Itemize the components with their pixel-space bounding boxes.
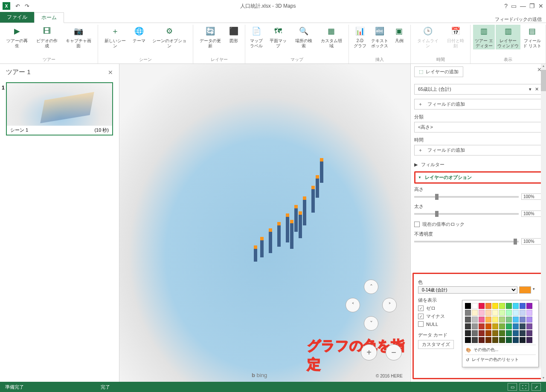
rotate-left-button[interactable]: ˂ <box>346 298 360 312</box>
height-slider[interactable] <box>414 196 519 198</box>
height-value[interactable]: 100% <box>521 193 543 200</box>
customize-button[interactable]: カスタマイズ <box>418 340 454 349</box>
color-cell[interactable] <box>506 330 512 336</box>
map-labels-button[interactable]: 📄マップ ラベル <box>248 25 265 49</box>
map-canvas[interactable]: グラフの色を指定 ˄ ˅ ˂ ˃ + − b bing © 2016 HERE <box>119 64 410 382</box>
color-cell[interactable] <box>485 330 491 336</box>
color-cell[interactable] <box>506 337 512 343</box>
thickness-slider[interactable] <box>414 213 519 215</box>
capture-screen-button[interactable]: 📷キャプチャ画面 <box>62 25 96 49</box>
custom-region-button[interactable]: ▦カスタム領域 <box>317 25 346 49</box>
color-cell[interactable] <box>520 330 526 336</box>
color-swatch-button[interactable] <box>519 286 531 294</box>
height-field-row[interactable]: 65歳以上 (合計) ▾✕ <box>414 84 543 95</box>
more-colors-button[interactable]: 🎨その他の色... <box>465 345 536 355</box>
statusbar-view1[interactable]: ▭ <box>508 383 517 391</box>
color-cell[interactable] <box>526 317 532 323</box>
color-cell[interactable] <box>492 310 498 316</box>
color-cell[interactable] <box>513 323 519 329</box>
color-cell[interactable] <box>499 323 505 329</box>
color-cell[interactable] <box>499 310 505 316</box>
color-cell[interactable] <box>520 317 526 323</box>
color-cell[interactable] <box>492 323 498 329</box>
color-cell[interactable] <box>506 310 512 316</box>
add-field-time[interactable]: ＋ フィールドの追加 <box>414 145 543 156</box>
chevron-down-icon[interactable]: ▾ <box>529 86 531 92</box>
scene-thumbnail[interactable]: 1 シーン 1 (10 秒) <box>6 82 113 135</box>
color-cell[interactable] <box>506 317 512 323</box>
color-cell[interactable] <box>485 323 491 329</box>
tab-file[interactable]: ファイル <box>0 12 34 23</box>
remove-field-icon[interactable]: ✕ <box>535 86 539 92</box>
color-cell[interactable] <box>513 310 519 316</box>
color-cell[interactable] <box>485 337 491 343</box>
add-field-height[interactable]: ＋ フィールドの追加 <box>414 99 543 110</box>
color-field-select[interactable]: 0-14歳 (合計) <box>418 286 517 294</box>
null-checkbox[interactable] <box>418 321 424 327</box>
ribbon-options-button[interactable]: ▭ <box>511 3 517 9</box>
add-layer-button[interactable]: ⬚ レイヤーの追加 <box>414 66 463 77</box>
color-cell[interactable] <box>479 303 485 309</box>
color-cell[interactable] <box>526 323 532 329</box>
color-cell[interactable] <box>479 337 485 343</box>
color-cell[interactable] <box>526 337 532 343</box>
find-location-button[interactable]: 🔍場所の検索 <box>291 25 316 49</box>
layer-pane-scrollbar[interactable]: ▴ ▾ <box>541 64 546 382</box>
field-list-button[interactable]: ▤フィール ド リスト <box>521 25 543 49</box>
tilt-down-button[interactable]: ˅ <box>364 316 378 331</box>
undo-button[interactable]: ↶ <box>13 3 22 9</box>
color-cell[interactable] <box>472 330 478 336</box>
layer-options-section[interactable]: ▼レイヤーのオプション <box>414 171 546 184</box>
tab-home[interactable]: ホーム <box>34 12 64 23</box>
color-cell[interactable] <box>492 337 498 343</box>
feedback-link[interactable]: フィードバックの送信 <box>495 16 542 23</box>
color-cell[interactable] <box>513 337 519 343</box>
2d-chart-button[interactable]: 📊2-D グラフ <box>351 25 369 49</box>
color-cell[interactable] <box>472 323 478 329</box>
rotate-right-button[interactable]: ˃ <box>382 298 397 312</box>
color-cell[interactable] <box>513 317 519 323</box>
color-cell[interactable] <box>465 330 471 336</box>
statusbar-view3[interactable]: ⤢ <box>531 383 541 391</box>
scene-options-button[interactable]: ⚙シーンのオプション <box>148 25 190 49</box>
opacity-value[interactable]: 100% <box>521 238 543 245</box>
theme-button[interactable]: 🌐テーマ <box>131 25 148 44</box>
restore-button[interactable]: ❐ <box>529 3 535 9</box>
flat-map-button[interactable]: 🗺平面マップ <box>266 25 290 49</box>
color-cell[interactable] <box>506 323 512 329</box>
color-cell[interactable] <box>465 317 471 323</box>
color-cell[interactable] <box>465 323 471 329</box>
tilt-up-button[interactable]: ˄ <box>364 280 378 294</box>
color-cell[interactable] <box>499 330 505 336</box>
minimize-button[interactable]: — <box>520 3 526 9</box>
layer-window-button[interactable]: ▥レイヤー ウィンドウ <box>496 25 520 49</box>
refresh-data-button[interactable]: 🔄データの更新 <box>196 25 225 49</box>
color-cell[interactable] <box>492 303 498 309</box>
color-cell[interactable] <box>485 310 491 316</box>
color-cell[interactable] <box>472 310 478 316</box>
color-cell[interactable] <box>526 310 532 316</box>
negative-checkbox[interactable]: ✓ <box>418 314 424 319</box>
tour-close-button[interactable]: ✕ <box>108 69 113 76</box>
new-scene-button[interactable]: ＋新しいシーン <box>101 25 130 49</box>
textbox-button[interactable]: 🔤テキスト ボックス <box>369 25 390 49</box>
color-cell[interactable] <box>499 337 505 343</box>
color-cell[interactable] <box>485 303 491 309</box>
color-cell[interactable] <box>513 303 519 309</box>
tour-editor-button[interactable]: ▥ツアー エ ディター <box>473 25 495 49</box>
color-cell[interactable] <box>520 310 526 316</box>
color-cell[interactable] <box>472 303 478 309</box>
color-cell[interactable] <box>465 337 471 343</box>
category-field[interactable]: <高さ> <box>414 122 543 133</box>
redo-button[interactable]: ↷ <box>22 3 32 9</box>
color-cell[interactable] <box>506 303 512 309</box>
thickness-value[interactable]: 100% <box>521 210 543 217</box>
zoom-in-button[interactable]: + <box>361 344 377 360</box>
color-cell[interactable] <box>520 323 526 329</box>
help-button[interactable]: ? <box>504 3 508 9</box>
color-cell[interactable] <box>479 310 485 316</box>
color-cell[interactable] <box>520 337 526 343</box>
zoom-out-button[interactable]: − <box>386 344 402 360</box>
color-cell[interactable] <box>492 317 498 323</box>
reset-colors-button[interactable]: ↺レイヤーの色のリセット <box>465 355 536 364</box>
